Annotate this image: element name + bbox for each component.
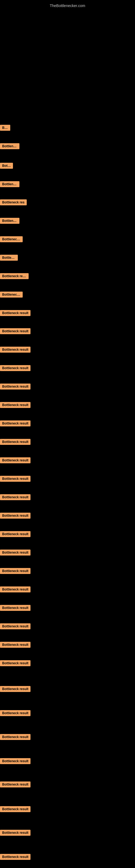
bottleneck-item-28: Bottleneck result	[0, 623, 135, 630]
bottleneck-item-35: Bottleneck result	[0, 781, 135, 788]
bottleneck-label-38: Bottleneck result	[0, 854, 31, 860]
bottleneck-label-31: Bottleneck result	[0, 686, 31, 692]
bottleneck-item-22: Bottleneck result	[0, 513, 135, 520]
bottleneck-label-37: Bottleneck result	[0, 830, 31, 836]
bottleneck-label-12: Bottleneck result	[0, 328, 31, 334]
bottleneck-item-30: Bottleneck result	[0, 660, 135, 667]
bottleneck-item-16: Bottleneck result	[0, 402, 135, 409]
bottleneck-item-21: Bottleneck result	[0, 494, 135, 501]
bottleneck-label-22: Bottleneck result	[0, 513, 31, 519]
bottleneck-item-15: Bottleneck result	[0, 383, 135, 391]
bottleneck-item-37: Bottleneck result	[0, 830, 135, 837]
bottleneck-label-7: Bottleneck r	[0, 236, 23, 242]
bottleneck-item-5: Bottleneck res	[0, 199, 135, 207]
bottleneck-label-23: Bottleneck result	[0, 531, 31, 537]
bottleneck-label-13: Bottleneck result	[0, 347, 31, 352]
bottleneck-label-11: Bottleneck result	[0, 310, 31, 316]
bottleneck-label-36: Bottleneck result	[0, 806, 31, 812]
bottleneck-item-36: Bottleneck result	[0, 806, 135, 813]
bottleneck-item-9: Bottleneck resu	[0, 273, 135, 280]
bottleneck-label-5: Bottleneck res	[0, 199, 27, 205]
bottleneck-label-3: Bottle	[0, 163, 13, 169]
bottleneck-item-20: Bottleneck result	[0, 476, 135, 483]
bottleneck-label-10: Bottleneck r	[0, 291, 23, 298]
bottleneck-item-17: Bottleneck result	[0, 421, 135, 428]
bottleneck-item-26: Bottleneck result	[0, 586, 135, 593]
bottleneck-item-1: Bott	[0, 125, 135, 132]
bottleneck-label-14: Bottleneck result	[0, 365, 31, 371]
bottleneck-label-26: Bottleneck result	[0, 586, 31, 592]
bottleneck-label-6: Bottleneck	[0, 218, 19, 224]
bottleneck-label-9: Bottleneck resu	[0, 273, 29, 279]
bottleneck-item-8: Bottlenec	[0, 255, 135, 262]
bottleneck-item-12: Bottleneck result	[0, 328, 135, 335]
bottleneck-label-29: Bottleneck result	[0, 642, 31, 648]
bottleneck-label-34: Bottleneck result	[0, 758, 31, 764]
bottleneck-item-19: Bottleneck result	[0, 457, 135, 464]
bottleneck-item-2: Bottleneck	[0, 143, 135, 150]
bottleneck-label-1: Bott	[0, 125, 10, 131]
bottleneck-item-6: Bottleneck	[0, 218, 135, 225]
bottleneck-item-38: Bottleneck result	[0, 854, 135, 861]
bottleneck-label-24: Bottleneck result	[0, 550, 31, 556]
bottleneck-item-4: Bottleneck	[0, 181, 135, 188]
bottleneck-item-7: Bottleneck r	[0, 236, 135, 243]
bottleneck-label-19: Bottleneck result	[0, 457, 31, 463]
bottleneck-item-32: Bottleneck result	[0, 710, 135, 717]
bottleneck-label-15: Bottleneck result	[0, 383, 31, 390]
bottleneck-item-10: Bottleneck r	[0, 291, 135, 299]
bottleneck-item-34: Bottleneck result	[0, 758, 135, 765]
bottleneck-item-18: Bottleneck result	[0, 439, 135, 446]
bottleneck-item-31: Bottleneck result	[0, 686, 135, 693]
bottleneck-item-33: Bottleneck result	[0, 734, 135, 741]
bottleneck-item-27: Bottleneck result	[0, 605, 135, 612]
bottleneck-label-18: Bottleneck result	[0, 439, 31, 445]
bottleneck-label-27: Bottleneck result	[0, 605, 31, 611]
bottleneck-label-25: Bottleneck result	[0, 568, 31, 574]
bottleneck-label-8: Bottlenec	[0, 255, 18, 261]
bottleneck-item-23: Bottleneck result	[0, 531, 135, 538]
bottleneck-label-16: Bottleneck result	[0, 402, 31, 408]
bottleneck-label-33: Bottleneck result	[0, 734, 31, 740]
bottleneck-label-20: Bottleneck result	[0, 476, 31, 482]
bottleneck-label-28: Bottleneck result	[0, 623, 31, 629]
bottleneck-item-11: Bottleneck result	[0, 310, 135, 317]
bottleneck-label-30: Bottleneck result	[0, 660, 31, 666]
bottleneck-item-13: Bottleneck result	[0, 347, 135, 354]
bottleneck-label-32: Bottleneck result	[0, 710, 31, 716]
bottleneck-label-17: Bottleneck result	[0, 421, 31, 426]
bottleneck-item-24: Bottleneck result	[0, 550, 135, 557]
site-title: TheBottlenecker.com	[0, 1, 135, 10]
bottleneck-item-29: Bottleneck result	[0, 642, 135, 649]
bottleneck-item-25: Bottleneck result	[0, 568, 135, 575]
bottleneck-item-3: Bottle	[0, 163, 135, 170]
bottleneck-item-14: Bottleneck result	[0, 365, 135, 372]
bottleneck-label-2: Bottleneck	[0, 143, 19, 149]
bottleneck-label-35: Bottleneck result	[0, 781, 31, 787]
bottleneck-label-21: Bottleneck result	[0, 494, 31, 500]
bottleneck-label-4: Bottleneck	[0, 181, 19, 187]
